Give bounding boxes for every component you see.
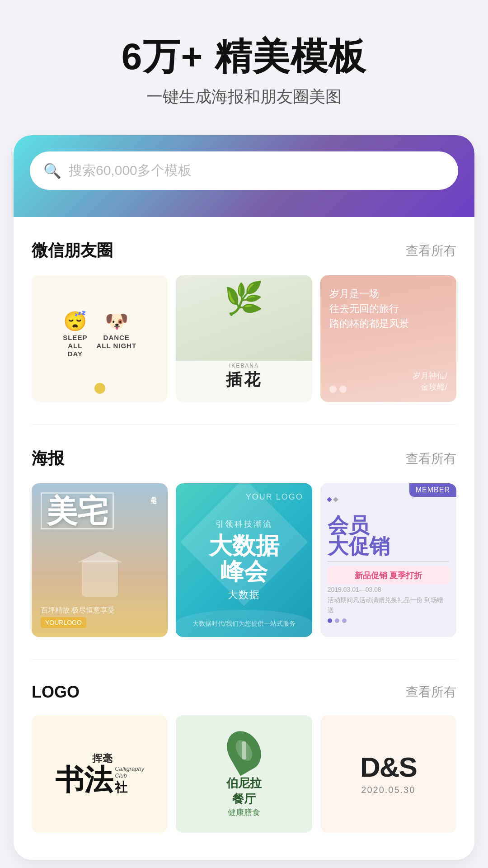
search-bar[interactable]: 🔍 搜索60,000多个模板 <box>30 151 458 190</box>
poster-card-home[interactable]: 美宅 尽美宅宅宅向 百坪精放 极尽恒意享受 YOURLOGO <box>32 483 168 637</box>
logo-card-ds[interactable]: D&S 2020.05.30 <box>320 715 456 833</box>
sleep-label: SLEEPALLDAY <box>63 334 87 358</box>
logo-card-calligraphy[interactable]: 挥毫 书法 Calligraphy Club 社 <box>32 715 168 833</box>
sleep-emoji: 😴 <box>63 312 87 331</box>
restaurant-name-line1: 伯尼拉 <box>226 776 262 790</box>
dot-3 <box>342 618 347 623</box>
restaurant-name: 伯尼拉 餐厅 <box>226 775 262 807</box>
ikebana-en-label: IKEBANA <box>229 363 259 369</box>
poster-home-sub: 百坪精放 极尽恒意享受 <box>41 606 159 615</box>
pink-dots <box>329 386 347 393</box>
poster-member-title: 会员大促销 <box>328 515 449 557</box>
calligraphy-group: 挥毫 书法 Calligraphy Club 社 <box>55 752 144 796</box>
poster-member-sub: 活动期间凡活动满赠兑换礼品一份 到场赠送 <box>328 595 449 615</box>
poster-member-date: 2019.03.01—03.08 <box>328 585 449 594</box>
ikebana-cn-label: 插花 <box>226 369 262 391</box>
wechat-section: 微信朋友圈 查看所有 😴 SLEEPALLDAY 🐶 DANCEALL NIGH… <box>14 217 474 406</box>
poster-card-bigdata[interactable]: YOUR LOGO 引领科技潮流 大数据峰会 大数据 大数据时代/我们为您提供一… <box>176 483 312 637</box>
logo-section-header: LOGO 查看所有 <box>32 683 456 702</box>
restaurant-name-line2: 餐厅 <box>232 792 256 806</box>
character-group: 😴 SLEEPALLDAY 🐶 DANCEALL NIGHT <box>63 312 136 358</box>
leaf-vein <box>242 741 246 760</box>
calligraphy-en2: Club <box>115 772 144 779</box>
calligraphy-club-cn: 社 <box>115 779 144 796</box>
poster-card-member[interactable]: MEMBER 会员大促销 新品促销 夏季打折 2019.03.01—03.08 … <box>320 483 456 637</box>
ds-monogram: D&S <box>360 753 417 781</box>
logo-view-all[interactable]: 查看所有 <box>406 684 456 701</box>
poster-member-content: 2019.03.01—03.08 活动期间凡活动满赠兑换礼品一份 到场赠送 <box>328 585 449 615</box>
logo-section-title: LOGO <box>32 683 80 702</box>
sleep-char: 😴 SLEEPALLDAY <box>63 312 87 358</box>
main-title: 6万+ 精美模板 <box>27 36 461 77</box>
wechat-dot-decoration <box>94 383 105 394</box>
ds-date: 2020.05.30 <box>361 785 415 795</box>
poster-section-header: 海报 查看所有 <box>32 448 456 470</box>
poster-home-bottom: 百坪精放 极尽恒意享受 YOURLOGO <box>41 606 159 628</box>
wechat-card-ikebana[interactable]: 🌿 IKEBANA 插花 <box>176 275 312 402</box>
house-roof <box>77 552 122 562</box>
logo-card-restaurant[interactable]: 伯尼拉 餐厅 健康膳食 <box>176 715 312 833</box>
dance-char: 🐶 DANCEALL NIGHT <box>96 312 136 358</box>
poem-text: 岁月是一场往去无回的旅行路的杯的都是风景 <box>329 286 447 331</box>
diamond-1 <box>327 497 332 502</box>
poster-member-dots <box>328 618 449 623</box>
header: 6万+ 精美模板 一键生成海报和朋友圈美图 <box>0 0 488 126</box>
poster-member-decorations <box>328 498 449 501</box>
logo-grid: 挥毫 书法 Calligraphy Club 社 <box>32 715 456 833</box>
pink-dot-1 <box>329 386 337 393</box>
wechat-card-sleep-dance[interactable]: 😴 SLEEPALLDAY 🐶 DANCEALL NIGHT <box>32 275 168 402</box>
app-card: 🔍 搜索60,000多个模板 微信朋友圈 查看所有 😴 SLEEPALLDAY … <box>14 135 474 860</box>
wechat-section-header: 微信朋友圈 查看所有 <box>32 240 456 262</box>
calligraphy-en1: Calligraphy <box>115 765 144 772</box>
poster-bigdata-wave <box>176 610 312 637</box>
logo-section: LOGO 查看所有 挥毫 书法 Calligraphy Club 社 <box>14 660 474 837</box>
ikebana-image: 🌿 <box>176 275 312 361</box>
dance-label: DANCEALL NIGHT <box>96 334 136 350</box>
poem-bottom: 岁月神仙/金玫嶂/ <box>329 370 447 393</box>
wechat-card-poem[interactable]: 岁月是一场往去无回的旅行路的杯的都是风景 岁月神仙/金玫嶂/ <box>320 275 456 402</box>
poster-template-grid: 美宅 尽美宅宅宅向 百坪精放 极尽恒意享受 YOURLOGO YOUR LOGO <box>32 483 456 637</box>
calligraphy-hanzi: 书法 <box>55 765 113 794</box>
poster-member-badge: MEMBER <box>409 483 456 497</box>
wechat-section-title: 微信朋友圈 <box>32 240 113 262</box>
plant-icon: 🌿 <box>224 280 263 317</box>
pink-dot-2 <box>339 386 347 393</box>
poster-section: 海报 查看所有 美宅 尽美宅宅宅向 百坪精放 极尽恒意享受 YOURLOGO <box>14 425 474 642</box>
dot-active <box>328 618 332 623</box>
poster-home-logo: YOURLOGO <box>41 617 86 628</box>
poster-member-promo: 新品促销 夏季打折 <box>328 566 449 585</box>
poster-section-title: 海报 <box>32 448 64 470</box>
restaurant-sub: 健康膳食 <box>228 807 260 818</box>
poster-view-all[interactable]: 查看所有 <box>406 450 456 467</box>
sub-title: 一键生成海报和朋友圈美图 <box>27 86 461 108</box>
diamond-2 <box>333 497 338 502</box>
dance-emoji: 🐶 <box>105 312 128 331</box>
poster-bigdata-content: 引领科技潮流 大数据峰会 大数据 <box>200 509 288 611</box>
poster-bigdata-small: 引领科技潮流 <box>209 519 279 529</box>
leaf-icon <box>220 725 268 776</box>
wechat-view-all[interactable]: 查看所有 <box>406 242 456 259</box>
poster-bigdata-logo: YOUR LOGO <box>246 492 303 502</box>
calligraphy-english-block: Calligraphy Club 社 <box>115 765 144 796</box>
calligraphy-chinese: 挥毫 书法 <box>55 752 113 794</box>
poster-bigdata-badge: 大数据 <box>209 588 279 602</box>
wechat-template-grid: 😴 SLEEPALLDAY 🐶 DANCEALL NIGHT 🌿 IKEBANA… <box>32 275 456 402</box>
poster-bigdata-title: 大数据峰会 <box>209 533 279 585</box>
search-placeholder-text: 搜索60,000多个模板 <box>69 161 192 180</box>
poster-member-divider <box>328 561 449 562</box>
poem-author: 岁月神仙/金玫嶂/ <box>413 370 447 393</box>
poster-home-title: 美宅 <box>41 492 114 529</box>
search-icon: 🔍 <box>43 164 61 178</box>
calligraphy-inner: 挥毫 书法 Calligraphy Club 社 <box>55 752 144 796</box>
search-header: 🔍 搜索60,000多个模板 <box>14 135 474 217</box>
dot-2 <box>335 618 339 623</box>
house-shape <box>82 561 118 597</box>
